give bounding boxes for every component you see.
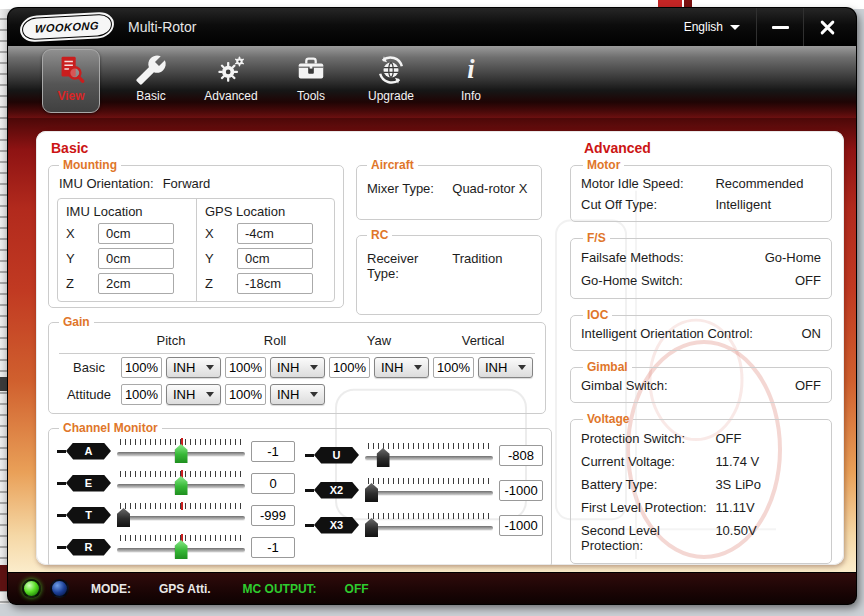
- gain-percent-input[interactable]: 100%: [329, 357, 370, 378]
- channel-tag: X2: [305, 482, 359, 499]
- channel-row-u: U-808: [305, 442, 543, 468]
- mounting-section: Mounting IMU Orientation: Forward IMU Lo…: [48, 158, 344, 308]
- fs-legend: F/S: [583, 231, 610, 245]
- advanced-row: First Level Protection:11.11V: [581, 496, 821, 519]
- advanced-row: Cut Off Type:Intelligent: [581, 194, 821, 215]
- location-row: X0cm: [66, 223, 188, 244]
- gain-percent-input[interactable]: 100%: [225, 357, 266, 378]
- toolbar-item-basic[interactable]: Basic: [122, 49, 180, 113]
- view-icon: [55, 54, 87, 86]
- gain-percent-input[interactable]: 100%: [225, 384, 266, 405]
- gain-mode-dropdown[interactable]: INH: [166, 357, 221, 378]
- info-icon: i: [455, 54, 487, 86]
- advanced-value: 11.11V: [715, 500, 821, 515]
- toolbar-item-label: Upgrade: [368, 89, 414, 103]
- slider-thumb[interactable]: [365, 518, 378, 537]
- advanced-label: Second Level Protection:: [581, 523, 715, 553]
- toolbar-item-advanced[interactable]: Advanced: [202, 49, 260, 113]
- gain-mode-dropdown[interactable]: INH: [270, 357, 325, 378]
- channel-tag-stub: [57, 450, 66, 453]
- channel-column-right: U-808X2-1000X3-1000: [305, 438, 543, 560]
- channel-monitor-legend: Channel Monitor: [59, 421, 162, 435]
- advanced-row: Battery Type:3S LiPo: [581, 473, 821, 496]
- gain-table: PitchRollYawVerticalBasic100%INH100%INH1…: [57, 331, 537, 408]
- language-dropdown[interactable]: English: [668, 8, 756, 46]
- location-row: Y0cm: [205, 248, 326, 269]
- gain-corner-cell: [59, 331, 119, 354]
- advanced-row: Intelligent Orientation Control:ON: [581, 323, 821, 344]
- channel-value: -808: [499, 445, 543, 466]
- channel-slider[interactable]: [117, 534, 245, 560]
- basic-column: Basic Mounting IMU Orientation: Forward …: [48, 137, 542, 561]
- toolbar-item-info[interactable]: iInfo: [442, 49, 500, 113]
- channel-tag: U: [305, 447, 359, 464]
- gain-row-label: Attitude: [59, 381, 119, 408]
- advanced-value: Intelligent: [715, 197, 821, 212]
- slider-track: [365, 526, 493, 530]
- gps-y-input[interactable]: 0cm: [237, 248, 313, 269]
- channel-slider[interactable]: [365, 512, 493, 538]
- channel-value: -1000: [499, 480, 543, 501]
- advanced-row: Go-Home Switch:OFF: [581, 269, 821, 292]
- slider-thumb[interactable]: [175, 476, 188, 495]
- section-gimbal: GimbalGimbal Switch:OFF: [570, 360, 832, 403]
- slider-thumb[interactable]: [175, 444, 188, 463]
- gain-mode-dropdown[interactable]: INH: [478, 357, 533, 378]
- advanced-label: Gimbal Switch:: [581, 378, 668, 393]
- toolbar-item-view[interactable]: View: [42, 49, 100, 113]
- channel-slider[interactable]: [117, 502, 245, 528]
- gain-percent-input[interactable]: 100%: [121, 357, 162, 378]
- toolbar-item-upgrade[interactable]: Upgrade: [362, 49, 420, 113]
- gain-mode-value: INH: [485, 360, 507, 375]
- advanced-label: Motor Idle Speed:: [581, 176, 715, 191]
- advanced-label: Current Voltage:: [581, 454, 715, 469]
- mc-output-label: MC OUTPUT:: [243, 582, 317, 596]
- channel-tag-stub: [57, 514, 66, 517]
- channel-row-t: T-999: [57, 502, 295, 528]
- slider-ticks: [368, 443, 490, 449]
- voltage-legend: Voltage: [583, 412, 633, 426]
- channel-row-a: A-1: [57, 438, 295, 464]
- toolbar-item-label: Info: [461, 89, 481, 103]
- slider-thumb[interactable]: [175, 540, 188, 559]
- gain-mode-dropdown[interactable]: INH: [166, 384, 221, 405]
- channel-slider[interactable]: [117, 438, 245, 464]
- channel-monitor-grid: A-1E0T-999R-1 U-808X2-1000X3-1000: [57, 437, 543, 562]
- chevron-down-icon: [206, 392, 214, 397]
- slider-thumb[interactable]: [377, 448, 390, 467]
- gps-x-input[interactable]: -4cm: [237, 223, 313, 244]
- advanced-label: First Level Protection:: [581, 500, 715, 515]
- content-frame: Basic Mounting IMU Orientation: Forward …: [8, 118, 856, 572]
- imu-x-input[interactable]: 0cm: [98, 223, 174, 244]
- ioc-legend: IOC: [583, 308, 612, 322]
- imu-location-box: IMU LocationX0cmY0cmZ2cm: [58, 199, 196, 301]
- channel-slider[interactable]: [365, 477, 493, 503]
- gain-percent-input[interactable]: 100%: [433, 357, 474, 378]
- gain-row-label: Basic: [59, 354, 119, 381]
- tools-icon: [295, 54, 327, 86]
- advanced-row: Motor Idle Speed:Recommended: [581, 173, 821, 194]
- advanced-label: Battery Type:: [581, 477, 715, 492]
- location-row: Y0cm: [66, 248, 188, 269]
- gain-percent-input[interactable]: 100%: [121, 384, 162, 405]
- gain-mode-value: INH: [173, 387, 195, 402]
- channel-value: -999: [251, 505, 295, 526]
- aircraft-section: Aircraft Mixer Type: Quad-rotor X: [356, 158, 542, 220]
- gps-z-input[interactable]: -18cm: [237, 273, 313, 294]
- minimize-button[interactable]: [757, 8, 803, 46]
- channel-value: 0: [251, 473, 295, 494]
- channel-slider[interactable]: [365, 442, 493, 468]
- gain-mode-dropdown[interactable]: INH: [374, 357, 429, 378]
- channel-slider[interactable]: [117, 470, 245, 496]
- slider-thumb[interactable]: [117, 508, 130, 527]
- slider-thumb[interactable]: [365, 483, 378, 502]
- toolbar-item-tools[interactable]: Tools: [282, 49, 340, 113]
- imu-z-input[interactable]: 2cm: [98, 273, 174, 294]
- mounting-legend: Mounting: [59, 158, 121, 172]
- chevron-down-icon: [518, 365, 526, 370]
- gain-mode-dropdown[interactable]: INH: [270, 384, 325, 405]
- imu-y-input[interactable]: 0cm: [98, 248, 174, 269]
- section-ioc: IOCIntelligent Orientation Control:ON: [570, 308, 832, 351]
- close-button[interactable]: [804, 8, 850, 46]
- receiver-type-value: Tradition: [452, 251, 531, 281]
